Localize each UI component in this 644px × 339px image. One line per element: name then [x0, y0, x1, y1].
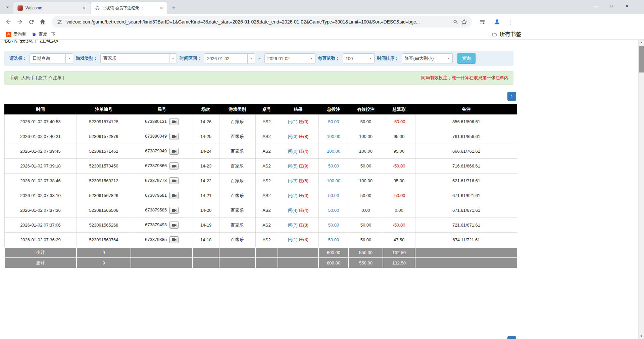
video-replay-button[interactable] [169, 177, 179, 184]
chevron-down-icon [5, 4, 9, 10]
minimize-button[interactable]: – [588, 0, 604, 12]
date-end-select[interactable]: 2026-01-02 ▼ [264, 53, 315, 63]
total-bet-link[interactable]: 50.00 [328, 193, 339, 198]
cell-total-bet: 50.00 [318, 159, 349, 174]
result-banker: 庄(0) [299, 193, 308, 198]
zoom-icon[interactable] [451, 17, 460, 26]
welcome-favicon [17, 5, 23, 11]
result-banker: 庄(4) [299, 149, 308, 154]
vertical-scrollbar[interactable]: ▲ ▼ [638, 40, 644, 339]
table-row: 2026-01-02 07:38:10 523091567826 6738796… [4, 188, 517, 203]
total-bet-link[interactable]: 50.00 [328, 208, 339, 213]
cell-result: 闲(3) 庄(6) [278, 174, 318, 188]
close-button[interactable]: × [619, 0, 635, 12]
tab-close-icon[interactable]: × [158, 5, 164, 11]
home-button[interactable] [37, 16, 48, 28]
video-replay-button[interactable] [169, 222, 179, 229]
all-bookmarks[interactable]: 所有书签 [489, 31, 521, 38]
profile-avatar[interactable] [491, 16, 503, 28]
address-bar[interactable]: videoie.com/game/betrecord_search/kind3?… [52, 16, 472, 28]
cell-table-no: AS2 [255, 159, 278, 174]
scrollbar-thumb[interactable] [639, 46, 644, 72]
search-button[interactable]: 查询 [457, 53, 476, 64]
cell-order-no: 523091563764 [77, 233, 131, 247]
column-header: 时间 [4, 104, 77, 114]
chevron-down-icon: ▼ [247, 54, 255, 63]
subtotal-valid-bet: 550.00 [349, 247, 383, 258]
site-settings-icon[interactable] [55, 17, 64, 26]
cell-note: 671.61/621.61 [415, 188, 517, 203]
game-kind-select[interactable]: 百家乐 ▼ [100, 53, 177, 63]
game-kind-label: 游戏类别： [76, 55, 98, 61]
round-no-text: 673879493 [145, 222, 167, 227]
scroll-down-icon[interactable]: ▼ [639, 333, 644, 339]
video-replay-button[interactable] [169, 133, 179, 140]
page-1-button-bottom[interactable]: 1 [507, 336, 516, 339]
cell-game-kind: 百家乐 [219, 233, 255, 247]
date-start-select[interactable]: 2026-01-02 ▼ [204, 53, 255, 63]
cell-total-bet: 50.00 [318, 233, 349, 247]
maximize-button[interactable]: □ [604, 0, 619, 12]
round-no-text: 673879585 [145, 207, 167, 212]
total-count: 9 [77, 258, 131, 268]
date-mode-select[interactable]: 日期查询 ▼ [30, 53, 73, 63]
total-bet-link[interactable]: 100.00 [327, 149, 340, 154]
forward-button[interactable] [14, 16, 26, 28]
cell-valid-bet: 100.00 [349, 129, 383, 144]
back-button[interactable] [3, 16, 14, 28]
tab-close-icon[interactable]: × [81, 5, 87, 11]
video-replay-button[interactable] [169, 162, 179, 170]
result-banker: 庄(0) [299, 119, 308, 124]
cell-game-kind: 百家乐 [219, 218, 255, 233]
cell-note: 716.61/666.61 [415, 159, 517, 174]
video-replay-button[interactable] [169, 118, 179, 125]
tab-welcome[interactable]: Welcome × [13, 2, 90, 14]
video-replay-button[interactable] [169, 236, 179, 243]
cell-total-bet: 50.00 [318, 188, 349, 203]
total-bet-link[interactable]: 50.00 [328, 119, 339, 124]
cell-table-no: AS2 [255, 218, 278, 233]
cell-valid-bet: 100.00 [349, 144, 383, 159]
tab-search-button[interactable] [3, 3, 12, 12]
url-text[interactable]: videoie.com/game/betrecord_search/kind3?… [66, 19, 451, 25]
scroll-up-icon[interactable]: ▲ [639, 40, 644, 45]
date-mode-label: 请选择： [9, 55, 27, 61]
reload-button[interactable] [26, 16, 37, 28]
bookmark-baidu[interactable]: 百度一下 [29, 31, 58, 38]
browser-menu-icon[interactable]: ⋮ [506, 18, 514, 26]
video-replay-button[interactable] [169, 207, 179, 214]
result-banker: 庄(4) [299, 208, 308, 213]
page-size-value: 100 [343, 56, 367, 61]
cell-table-no: AS2 [255, 188, 278, 203]
cell-total-bet: 100.00 [318, 144, 349, 159]
media-controls-icon[interactable] [477, 16, 488, 28]
total-bet-link[interactable]: 50.00 [328, 237, 339, 242]
table-row: 2026-01-02 07:39:18 523091570450 6738798… [4, 159, 517, 174]
chevron-down-icon: ▼ [169, 54, 177, 63]
globe-favicon [95, 5, 100, 11]
tab-bet-record[interactable]: :::视讯 会员下注纪录::: × [91, 2, 167, 14]
total-bet-link[interactable]: 50.00 [328, 223, 339, 228]
cell-session: 14-19 [193, 218, 219, 233]
video-replay-button[interactable] [169, 148, 179, 155]
video-replay-button[interactable] [169, 192, 179, 199]
sort-select[interactable]: 降幂(由大到小) ▼ [402, 53, 453, 63]
total-bet-link[interactable]: 100.00 [327, 134, 340, 139]
bookmark-star-icon[interactable] [460, 17, 468, 26]
result-banker: 庄(8) [299, 134, 308, 139]
subtotal-total-bet: 600.00 [318, 247, 349, 258]
cell-payout: -50.00 [383, 188, 415, 203]
cell-session: 14-26 [193, 114, 219, 129]
cell-time: 2026-01-02 07:39:45 [4, 144, 77, 159]
chevron-down-icon: ▼ [367, 54, 374, 63]
game-kind-value: 百家乐 [101, 55, 169, 61]
column-header: 总派彩 [383, 104, 415, 114]
bookmarks-bar: 淘 爱淘宝 百度一下 所有书签 [0, 30, 644, 40]
new-tab-button[interactable]: + [169, 3, 179, 12]
page-size-select[interactable]: 100 ▼ [343, 53, 375, 63]
result-banker: 庄(3) [299, 237, 308, 242]
total-bet-link[interactable]: 100.00 [327, 178, 340, 183]
bookmark-taobao[interactable]: 淘 爱淘宝 [3, 31, 29, 38]
page-1-button[interactable]: 1 [507, 92, 516, 101]
total-bet-link[interactable]: 50.00 [328, 163, 339, 168]
